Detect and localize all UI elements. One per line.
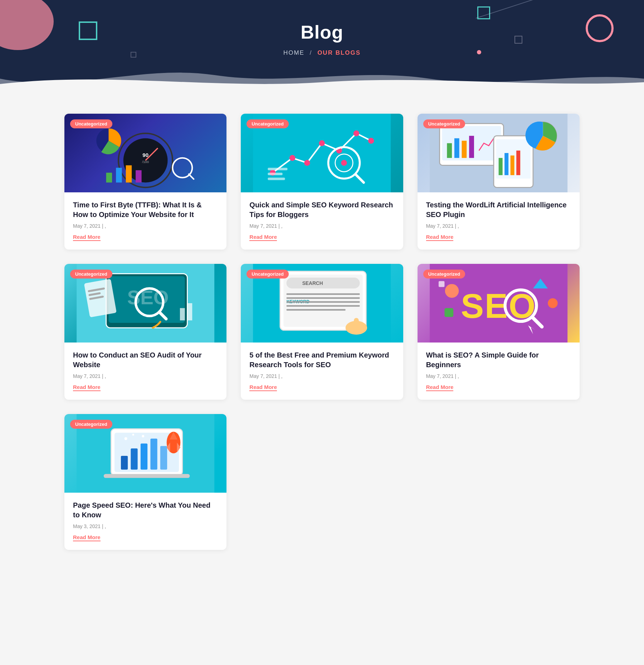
page-title: Blog (0, 21, 644, 43)
card-meta-page-speed: May 3, 2021 | , (73, 523, 218, 529)
card-image-wordlift: Uncategorized (418, 114, 580, 192)
card-read-more-what-is-seo[interactable]: Read More (426, 384, 454, 391)
svg-rect-30 (447, 143, 452, 158)
card-image-keyword-tools: SEARCH KEYWORD Uncategorized (241, 264, 403, 343)
svg-point-70 (445, 284, 459, 298)
svg-point-18 (353, 130, 360, 137)
svg-rect-61 (287, 301, 360, 303)
deco-line (476, 0, 595, 19)
card-title-keyword-research: Quick and Simple SEO Keyword Research Ti… (249, 200, 394, 220)
svg-rect-65 (354, 318, 359, 330)
blog-card-keyword-research: Uncategorized Quick and Simple SEO Keywo… (241, 114, 403, 250)
card-title-what-is-seo: What is SEO? A Simple Guide for Beginner… (426, 350, 571, 370)
blog-card-what-is-seo: SEO Uncategorized (418, 264, 580, 400)
card-image-keyword-research: Uncategorized (241, 114, 403, 192)
main-content: 90 /100 (0, 92, 644, 578)
card-image-seo-audit: SEO (64, 264, 226, 343)
card-body-page-speed: Page Speed SEO: Here's What You Need to … (64, 493, 226, 550)
deco-square-teal-sm (477, 6, 490, 19)
hero-section: Blog HOME / OUR BLOGS (0, 0, 644, 92)
card-image-ttfb: 90 /100 (64, 114, 226, 192)
svg-point-22 (341, 160, 347, 166)
svg-point-14 (289, 155, 296, 161)
breadcrumb-sep: / (310, 49, 312, 56)
card-read-more-ttfb[interactable]: Read More (73, 234, 101, 241)
card-image-page-speed: Uncategorized (64, 414, 226, 493)
svg-rect-25 (268, 173, 283, 175)
svg-rect-32 (462, 141, 467, 158)
svg-rect-52 (187, 303, 192, 320)
card-meta-wordlift: May 7, 2021 | , (426, 223, 571, 229)
svg-rect-7 (126, 165, 132, 182)
svg-line-10 (189, 174, 194, 179)
svg-point-89 (142, 435, 144, 437)
breadcrumb-current: OUR BLOGS (317, 49, 361, 56)
card-read-more-keyword-research[interactable]: Read More (249, 234, 277, 241)
svg-rect-38 (510, 156, 514, 175)
card-body-wordlift: Testing the WordLift Artificial Intellig… (418, 192, 580, 250)
svg-point-15 (304, 160, 310, 166)
card-meta-seo-audit: May 7, 2021 | , (73, 373, 218, 379)
card-body-what-is-seo: What is SEO? A Simple Guide for Beginner… (418, 343, 580, 400)
card-badge-what-is-seo: Uncategorized (423, 270, 465, 279)
breadcrumb: HOME / OUR BLOGS (0, 49, 644, 56)
svg-rect-82 (160, 446, 167, 469)
card-badge-page-speed: Uncategorized (70, 420, 112, 429)
blog-card-page-speed: Uncategorized Page Speed SEO: Here's Wha… (64, 414, 226, 550)
blog-card-wordlift: Uncategorized Testing the WordLift Artif… (418, 114, 580, 250)
svg-rect-71 (444, 308, 453, 317)
blog-card-keyword-tools: SEARCH KEYWORD Uncategorized (241, 264, 403, 400)
card-badge-wordlift: Uncategorized (423, 119, 465, 128)
card-badge-ttfb: Uncategorized (70, 119, 112, 128)
card-title-seo-audit: How to Conduct an SEO Audit of Your Webs… (73, 350, 218, 370)
svg-rect-6 (116, 168, 122, 182)
card-meta-ttfb: May 7, 2021 | , (73, 223, 218, 229)
svg-rect-80 (141, 444, 147, 470)
svg-rect-62 (287, 305, 360, 307)
card-image-what-is-seo: SEO Uncategorized (418, 264, 580, 343)
svg-text:90: 90 (142, 152, 148, 158)
svg-rect-36 (498, 158, 502, 175)
svg-rect-79 (131, 448, 137, 469)
card-badge-keyword-tools: Uncategorized (247, 270, 289, 279)
svg-point-16 (319, 140, 325, 146)
card-read-more-wordlift[interactable]: Read More (426, 234, 454, 241)
svg-rect-73 (439, 281, 445, 287)
svg-rect-78 (121, 456, 128, 470)
card-read-more-page-speed[interactable]: Read More (73, 534, 101, 541)
card-body-seo-audit: How to Conduct an SEO Audit of Your Webs… (64, 343, 226, 400)
card-title-keyword-tools: 5 of the Best Free and Premium Keyword R… (249, 350, 394, 370)
card-meta-what-is-seo: May 7, 2021 | , (426, 373, 571, 379)
svg-point-19 (368, 138, 374, 144)
svg-rect-24 (268, 168, 288, 170)
blog-card-ttfb: 90 /100 (64, 114, 226, 250)
svg-point-88 (132, 434, 135, 436)
blog-card-seo-audit: SEO (64, 264, 226, 400)
svg-point-72 (548, 298, 558, 308)
card-body-ttfb: Time to First Byte (TTFB): What It Is & … (64, 192, 226, 250)
card-body-keyword-research: Quick and Simple SEO Keyword Research Ti… (241, 192, 403, 250)
card-title-wordlift: Testing the WordLift Artificial Intellig… (426, 200, 571, 220)
card-title-page-speed: Page Speed SEO: Here's What You Need to … (73, 501, 218, 520)
svg-rect-63 (287, 309, 346, 311)
svg-text:SEARCH: SEARCH (302, 281, 323, 286)
card-title-ttfb: Time to First Byte (TTFB): What It Is & … (73, 200, 218, 220)
card-read-more-keyword-tools[interactable]: Read More (249, 384, 277, 391)
svg-rect-39 (516, 151, 520, 175)
svg-rect-59 (287, 294, 360, 295)
svg-rect-37 (504, 153, 508, 175)
svg-rect-51 (180, 308, 185, 320)
breadcrumb-home[interactable]: HOME (283, 49, 304, 56)
card-read-more-seo-audit[interactable]: Read More (73, 384, 101, 391)
svg-rect-8 (136, 170, 142, 182)
svg-rect-60 (287, 297, 360, 299)
card-meta-keyword-tools: May 7, 2021 | , (249, 373, 394, 379)
svg-rect-90 (104, 474, 190, 478)
card-badge-keyword-research: Uncategorized (247, 119, 289, 128)
svg-rect-5 (106, 173, 112, 183)
svg-rect-31 (454, 138, 459, 158)
svg-rect-81 (150, 439, 157, 470)
card-body-keyword-tools: 5 of the Best Free and Premium Keyword R… (241, 343, 403, 400)
card-badge-seo-audit: Uncategorized (70, 270, 112, 279)
hero-wave (0, 64, 644, 92)
